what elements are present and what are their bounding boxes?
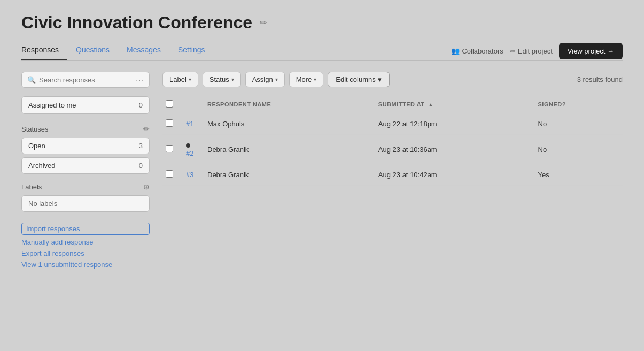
assigned-to-me-count: 0 xyxy=(139,101,143,109)
status-open-label: Open xyxy=(28,142,45,150)
top-nav: ResponsesQuestionsMessagesSettings 👥 Col… xyxy=(21,41,623,61)
response-table: RESPONDENT NAME SUBMITTED AT ▲ SIGNED? #… xyxy=(162,96,623,186)
num-header xyxy=(180,96,201,113)
label-btn-text: Label xyxy=(169,75,187,83)
nav-tabs: ResponsesQuestionsMessagesSettings xyxy=(21,41,214,60)
toolbar: Label ▾ Status ▾ Assign ▾ More ▾ Edit co… xyxy=(162,72,623,87)
row-num-1[interactable]: #1 xyxy=(180,113,201,135)
respondent-name-1: Max Ophuls xyxy=(201,113,372,135)
assign-btn-text: Assign xyxy=(252,75,273,83)
more-dropdown-button[interactable]: More ▾ xyxy=(289,72,324,87)
row-num-2[interactable]: #2 xyxy=(180,135,201,164)
collaborators-button[interactable]: 👥 Collaborators xyxy=(451,47,503,55)
status-chevron-icon: ▾ xyxy=(231,77,234,82)
labels-title: Labels xyxy=(21,183,42,191)
more-chevron-icon: ▾ xyxy=(314,77,316,82)
signed-header: SIGNED? xyxy=(532,96,623,113)
assigned-to-me-label: Assigned to me xyxy=(28,101,76,109)
import-responses-link[interactable]: Import responses xyxy=(21,223,150,235)
manually-add-link[interactable]: Manually add response xyxy=(21,238,150,246)
assign-chevron-icon: ▾ xyxy=(275,77,278,82)
table-row: #3 Debra Granik Aug 23 at 10:42am Yes xyxy=(162,164,623,186)
edit-columns-chevron-icon: ▾ xyxy=(378,75,382,83)
table-row: #1 Max Ophuls Aug 22 at 12:18pm No xyxy=(162,113,623,135)
search-box: 🔍 ··· xyxy=(21,72,150,88)
main-panel: Label ▾ Status ▾ Assign ▾ More ▾ Edit co… xyxy=(162,72,623,269)
labels-header: Labels ⊕ xyxy=(21,182,150,191)
row-number: #1 xyxy=(186,120,193,128)
table-header-row: RESPONDENT NAME SUBMITTED AT ▲ SIGNED? xyxy=(162,96,623,113)
no-labels: No labels xyxy=(21,195,150,212)
assign-dropdown-button[interactable]: Assign ▾ xyxy=(245,72,285,87)
status-archived-label: Archived xyxy=(28,162,56,170)
more-btn-text: More xyxy=(296,75,312,83)
submitted-at-1: Aug 22 at 12:18pm xyxy=(372,113,532,135)
nav-tab-responses[interactable]: Responses xyxy=(21,41,67,60)
submitted-at-3: Aug 23 at 10:42am xyxy=(372,164,532,186)
respondent-name-header: RESPONDENT NAME xyxy=(201,96,372,113)
status-archived[interactable]: Archived 0 xyxy=(21,157,150,174)
edit-columns-text: Edit columns xyxy=(336,75,375,83)
statuses-header: Statuses ✏ xyxy=(21,125,150,133)
view-unsubmitted-link[interactable]: View 1 unsubmitted response xyxy=(21,261,150,269)
signed-1: No xyxy=(532,113,623,135)
sidebar-links: Import responses Manually add response E… xyxy=(21,223,150,269)
row-num-3[interactable]: #3 xyxy=(180,164,201,186)
edit-project-icon: ✏ xyxy=(510,47,516,55)
view-project-button[interactable]: View project → xyxy=(559,43,623,59)
row-number: #2 xyxy=(186,149,193,157)
edit-title-button[interactable]: ✏ xyxy=(258,16,269,30)
row-checkbox-3[interactable] xyxy=(166,170,173,178)
select-all-checkbox[interactable] xyxy=(166,100,173,108)
row-number: #3 xyxy=(186,171,193,179)
row-checkbox-cell xyxy=(162,135,180,164)
row-checkbox-cell xyxy=(162,113,180,135)
sidebar: 🔍 ··· Assigned to me 0 Statuses ✏ Open 3… xyxy=(21,72,150,269)
status-open[interactable]: Open 3 xyxy=(21,138,150,154)
status-archived-count: 0 xyxy=(139,162,143,170)
nav-tab-questions[interactable]: Questions xyxy=(67,41,118,60)
status-btn-text: Status xyxy=(210,75,229,83)
select-all-header xyxy=(162,96,180,113)
signed-2: No xyxy=(532,135,623,164)
labels-section: Labels ⊕ No labels xyxy=(21,182,150,212)
unread-dot xyxy=(186,143,190,148)
submitted-at-header[interactable]: SUBMITTED AT ▲ xyxy=(372,96,532,113)
results-count: 3 results found xyxy=(577,75,623,83)
status-dropdown-button[interactable]: Status ▾ xyxy=(203,72,241,87)
table-row: #2 Debra Granik Aug 23 at 10:36am No xyxy=(162,135,623,164)
page-title: Civic Innovation Conference xyxy=(21,13,252,33)
search-dots: ··· xyxy=(136,75,144,84)
edit-columns-button[interactable]: Edit columns ▾ xyxy=(328,72,389,87)
add-label-button[interactable]: ⊕ xyxy=(143,182,150,191)
sort-arrow-icon: ▲ xyxy=(428,102,433,108)
respondent-name-2: Debra Granik xyxy=(201,135,372,164)
edit-project-label: Edit project xyxy=(518,47,553,55)
edit-project-button[interactable]: ✏ Edit project xyxy=(510,47,553,55)
export-responses-link[interactable]: Export all responses xyxy=(21,249,150,257)
nav-tab-settings[interactable]: Settings xyxy=(169,41,214,60)
label-chevron-icon: ▾ xyxy=(189,77,191,82)
status-open-count: 3 xyxy=(139,142,143,150)
statuses-title: Statuses xyxy=(21,125,49,133)
assigned-to-me-filter[interactable]: Assigned to me 0 xyxy=(21,96,150,114)
search-icon: 🔍 xyxy=(27,76,36,84)
respondent-name-3: Debra Granik xyxy=(201,164,372,186)
nav-tab-messages[interactable]: Messages xyxy=(118,41,169,60)
submitted-at-label: SUBMITTED AT xyxy=(378,101,425,108)
search-input[interactable] xyxy=(39,76,133,84)
signed-3: Yes xyxy=(532,164,623,186)
row-checkbox-2[interactable] xyxy=(166,145,173,152)
row-checkbox-1[interactable] xyxy=(166,119,173,127)
main-content: 🔍 ··· Assigned to me 0 Statuses ✏ Open 3… xyxy=(21,72,623,269)
row-checkbox-cell xyxy=(162,164,180,186)
top-actions: 👥 Collaborators ✏ Edit project View proj… xyxy=(451,43,623,59)
submitted-at-2: Aug 23 at 10:36am xyxy=(372,135,532,164)
statuses-edit-button[interactable]: ✏ xyxy=(143,125,150,133)
collaborators-label: Collaborators xyxy=(462,47,503,55)
collaborators-icon: 👥 xyxy=(451,47,460,55)
label-dropdown-button[interactable]: Label ▾ xyxy=(162,72,198,87)
